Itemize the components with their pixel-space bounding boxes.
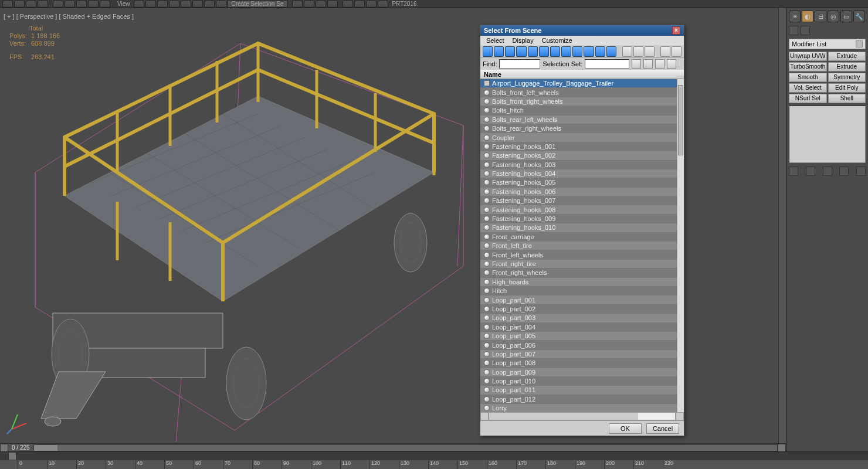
modifier-button[interactable]: Vol. Select (789, 83, 827, 93)
tool-render-icon[interactable] (327, 1, 338, 8)
list-item[interactable]: Fastening_hooks_005 (480, 178, 677, 187)
tool-extra1-icon[interactable] (343, 1, 353, 8)
modifier-button[interactable]: Shell (828, 94, 866, 103)
list-item[interactable]: Fastening_hooks_009 (480, 215, 677, 223)
tool-spinner-snap-icon[interactable] (169, 1, 179, 8)
list-item[interactable]: Front_left_wheels (480, 250, 677, 259)
list-item[interactable]: High_boards (480, 278, 677, 287)
list-item[interactable]: Loop_part_006 (480, 341, 677, 349)
tool-angle-snap-icon[interactable] (145, 1, 156, 8)
select-none-icon[interactable] (633, 46, 643, 57)
list-item[interactable]: Bolts_hitch (480, 106, 677, 115)
list-item[interactable]: Fastening_hooks_008 (480, 205, 677, 214)
filter-frozen-icon[interactable] (595, 46, 605, 57)
tool-extra2-icon[interactable] (354, 1, 365, 8)
tool-select-rect-icon[interactable] (65, 1, 75, 8)
list-item[interactable]: Loop_part_002 (480, 305, 677, 314)
filter-groups-icon[interactable] (550, 46, 560, 57)
stack-remove-icon[interactable] (839, 166, 849, 176)
tool-link-icon[interactable] (26, 1, 36, 8)
filter-lights-icon[interactable] (505, 46, 515, 57)
selset-delete-icon[interactable] (667, 59, 676, 69)
list-item[interactable]: Fastening_hooks_004 (480, 169, 677, 178)
list-item[interactable]: Loop_part_012 (480, 395, 677, 404)
modifier-button[interactable]: Smooth (789, 73, 827, 82)
modifier-button[interactable]: Extrude (828, 62, 866, 72)
filter-cameras-icon[interactable] (516, 46, 526, 57)
tool-undo-icon[interactable] (2, 1, 13, 8)
tool-render-frame-icon[interactable] (316, 1, 326, 8)
selset-input[interactable] (585, 59, 629, 69)
list-item[interactable]: Fastening_hooks_002 (480, 151, 677, 160)
tool-mirror-icon[interactable] (181, 1, 191, 8)
tool-scale-icon[interactable] (100, 1, 110, 8)
selection-set-combo[interactable]: Create Selection Se (228, 0, 288, 8)
tool-layer-icon[interactable] (204, 1, 215, 8)
modifier-button[interactable]: TurboSmooth (789, 62, 827, 72)
select-all-icon[interactable] (622, 46, 632, 57)
modifier-stack[interactable] (789, 106, 866, 163)
timeline-key-icon[interactable] (8, 452, 16, 460)
tool-render-setup-icon[interactable] (304, 1, 314, 8)
sub-pin-icon[interactable] (789, 26, 798, 35)
menu-select[interactable]: Select (486, 37, 504, 44)
list-item[interactable]: Loop_part_011 (480, 386, 677, 395)
list-item[interactable]: Loop_part_003 (480, 314, 677, 322)
viewport-label[interactable]: [ + ] [ Perspective ] [ Shaded + Edged F… (4, 13, 134, 20)
list-item[interactable]: Bolts_rear_left_wheels (480, 115, 677, 124)
list-item[interactable]: Loop_part_009 (480, 368, 677, 377)
viewport-vscroll[interactable] (778, 8, 786, 443)
list-item[interactable]: Coupler (480, 133, 677, 142)
filter-hidden-icon[interactable] (606, 46, 616, 57)
tab-motion-icon[interactable]: ◎ (828, 11, 839, 22)
list-item[interactable]: Loop_part_010 (480, 377, 677, 386)
list-item[interactable]: Bolts_front_right_wheels (480, 97, 677, 106)
timeline[interactable]: 0102030405060708090100110120130140150160… (0, 451, 868, 469)
filter-spacewarps-icon[interactable] (539, 46, 549, 57)
list-item[interactable]: Fastening_hooks_001 (480, 142, 677, 151)
tool-align-icon[interactable] (192, 1, 203, 8)
list-item[interactable]: Fastening_hooks_007 (480, 196, 677, 205)
tab-utilities-icon[interactable]: 🔧 (853, 11, 865, 22)
view-label[interactable]: View (115, 1, 133, 7)
modifier-button[interactable]: Unwrap UVW (789, 52, 827, 61)
stack-pin-icon[interactable] (789, 166, 798, 176)
select-invert-icon[interactable] (645, 46, 655, 57)
tool-curve-editor-icon[interactable] (216, 1, 226, 8)
filter-xrefs-icon[interactable] (561, 46, 571, 57)
list-vscroll[interactable] (677, 79, 684, 412)
hscroll-left-icon[interactable] (480, 412, 489, 420)
menu-customize[interactable]: Customize (542, 37, 572, 44)
modifier-list-combo[interactable]: Modifier List (789, 39, 866, 49)
column-header-name[interactable]: Name (480, 70, 684, 79)
list-item[interactable]: Fastening_hooks_006 (480, 188, 677, 196)
hscroll-left-icon[interactable] (0, 444, 8, 452)
list-item[interactable]: Front_right_tire (480, 260, 677, 269)
list-item[interactable]: Front_carriage (480, 233, 677, 242)
hscroll-right-icon[interactable] (676, 412, 684, 420)
tool-extra3-icon[interactable] (366, 1, 377, 8)
stack-config-icon[interactable] (856, 166, 866, 176)
tool-percent-snap-icon[interactable] (157, 1, 168, 8)
modifier-button[interactable]: Edit Poly (828, 83, 866, 93)
selset-dropdown-icon[interactable] (632, 59, 641, 69)
ok-button[interactable]: OK (609, 423, 642, 434)
list-item[interactable]: Fastening_hooks_003 (480, 161, 677, 169)
dialog-titlebar[interactable]: Select From Scene × (480, 25, 684, 36)
hscroll-right-icon[interactable] (778, 444, 786, 452)
list-item[interactable]: Airport_Luggage_Trolley_Baggage_Trailer (480, 79, 677, 88)
list-item[interactable]: Lorry (480, 404, 677, 412)
stack-show-icon[interactable] (806, 166, 815, 176)
filter-container-icon[interactable] (584, 46, 594, 57)
stack-unique-icon[interactable] (823, 166, 832, 176)
list-item[interactable]: Bolts_front_left_wheels (480, 88, 677, 97)
tool-extra4-icon[interactable] (378, 1, 388, 8)
list-item[interactable]: Loop_part_008 (480, 359, 677, 368)
list-item[interactable]: Loop_part_007 (480, 350, 677, 359)
tool-redo-icon[interactable] (14, 1, 25, 8)
modifier-button[interactable]: Symmetry (828, 73, 866, 82)
filter-options-icon[interactable] (660, 46, 670, 57)
tab-modify-icon[interactable]: ◐ (802, 11, 813, 22)
tool-rotate-icon[interactable] (88, 1, 99, 8)
list-item[interactable]: Front_left_tire (480, 242, 677, 250)
